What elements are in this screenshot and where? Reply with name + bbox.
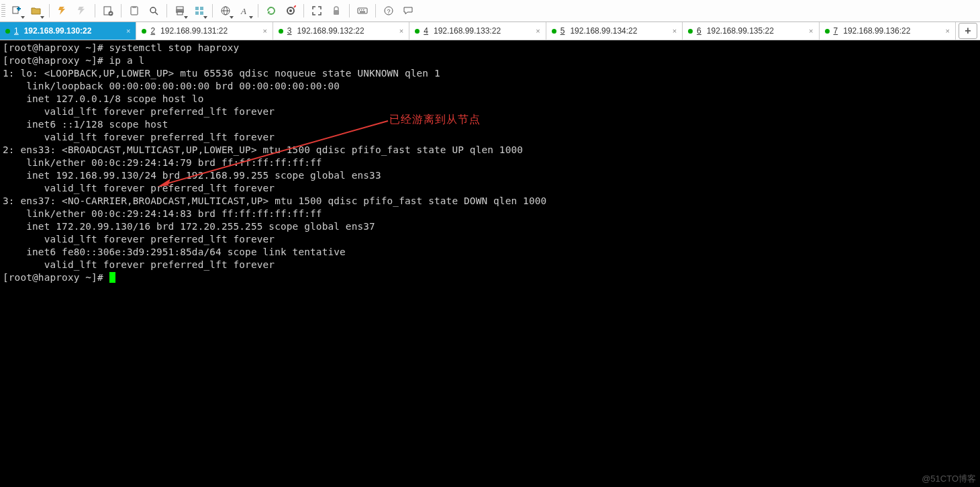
terminal-pane[interactable]: [root@haproxy ~]# systemctl stop haproxy… <box>0 40 980 487</box>
terminal-line: inet 192.168.99.130/24 brd 192.168.99.25… <box>3 169 977 182</box>
session-tab-5[interactable]: 5192.168.99.134:22× <box>546 22 683 40</box>
session-tab-3[interactable]: 3192.168.99.132:22× <box>273 22 409 40</box>
svg-rect-16 <box>195 11 199 15</box>
cursor-icon <box>109 272 115 283</box>
terminal-line: inet6 fe80::306e:3d9:2951:85da/64 scope … <box>3 246 977 259</box>
paste-button[interactable] <box>125 1 144 20</box>
tab-label: 192.168.99.133:22 <box>434 26 501 36</box>
toolbar-separator <box>303 4 304 17</box>
open-button[interactable] <box>27 1 46 20</box>
disconnect-button[interactable] <box>72 1 91 20</box>
close-tab-icon[interactable]: × <box>946 27 950 35</box>
toolbar-grip[interactable] <box>1 4 5 17</box>
status-dot-icon <box>688 29 693 34</box>
tab-number: 6 <box>697 26 701 36</box>
status-dot-icon <box>5 29 10 34</box>
font-button[interactable]: A <box>236 1 254 20</box>
tab-label: 192.168.99.132:22 <box>297 26 364 36</box>
dropdown-caret-icon <box>40 16 44 19</box>
terminal-line: valid_lft forever preferred_lft forever <box>3 182 977 195</box>
dropdown-caret-icon <box>184 16 188 19</box>
session-tabs: 1192.168.99.130:22×2192.168.99.131:22×31… <box>0 22 980 40</box>
refresh-button[interactable] <box>262 1 281 20</box>
tab-number: 7 <box>834 26 838 36</box>
toolbar-separator <box>258 4 258 17</box>
watermark-text: @51CTO博客 <box>922 473 976 485</box>
find-button[interactable] <box>144 1 163 20</box>
svg-rect-25 <box>334 10 339 15</box>
toolbar-separator <box>212 4 213 17</box>
terminal-line: valid_lft forever preferred_lft forever <box>3 131 977 144</box>
tab-label: 192.168.99.130:22 <box>24 26 92 36</box>
dropdown-caret-icon <box>21 16 25 19</box>
help-button[interactable]: ? <box>379 1 398 20</box>
svg-point-23 <box>289 9 292 12</box>
svg-line-10 <box>155 12 158 15</box>
svg-point-9 <box>150 7 156 13</box>
svg-rect-30 <box>360 11 365 13</box>
svg-text:?: ? <box>387 8 391 15</box>
terminal-line: 1: lo: <LOOPBACK,UP,LOWER_UP> mtu 65536 … <box>3 67 977 80</box>
lock-button[interactable] <box>327 1 346 20</box>
new-session-button[interactable] <box>7 1 26 20</box>
toolbar-separator <box>121 4 121 17</box>
tab-label: 192.168.99.136:22 <box>843 26 910 36</box>
session-tab-4[interactable]: 4192.168.99.133:22× <box>409 22 546 40</box>
session-tab-1[interactable]: 1192.168.99.130:22× <box>0 22 136 40</box>
terminal-line: 2: ens33: <BROADCAST,MULTICAST,UP,LOWER_… <box>3 144 977 157</box>
tab-label: 192.168.99.131:22 <box>160 26 228 36</box>
toolbar-separator <box>349 4 350 17</box>
toolbar-separator <box>166 4 167 17</box>
tab-label: 192.168.99.135:22 <box>707 26 774 36</box>
close-tab-icon[interactable]: × <box>399 27 403 35</box>
status-dot-icon <box>279 29 283 34</box>
terminal-line: link/ether 00:0c:29:24:14:83 brd ff:ff:f… <box>3 208 977 220</box>
tab-number: 5 <box>560 26 565 36</box>
keyboard-button[interactable] <box>353 1 372 20</box>
reconnect-button[interactable] <box>53 1 72 20</box>
close-tab-icon[interactable]: × <box>126 27 130 35</box>
toolbar-separator <box>375 4 376 17</box>
session-tab-7[interactable]: 7192.168.99.136:22× <box>820 22 956 40</box>
terminal-line: inet 127.0.0.1/8 scope host lo <box>3 93 977 105</box>
close-tab-icon[interactable]: × <box>809 27 813 35</box>
tab-number: 3 <box>287 26 292 36</box>
toolbar-separator <box>95 4 95 17</box>
status-dot-icon <box>825 29 830 34</box>
session-tab-2[interactable]: 2192.168.99.131:22× <box>136 22 273 40</box>
terminal-line: link/ether 00:0c:29:24:14:79 brd ff:ff:f… <box>3 157 977 169</box>
chat-button[interactable] <box>399 1 418 20</box>
print-button[interactable] <box>170 1 189 20</box>
main-toolbar: A ? <box>0 0 980 22</box>
session-tab-6[interactable]: 6192.168.99.135:22× <box>683 22 819 40</box>
terminal-line: valid_lft forever preferred_lft forever <box>3 233 977 246</box>
status-dot-icon <box>552 29 556 34</box>
add-tab-button[interactable]: + <box>959 23 977 39</box>
encoding-button[interactable] <box>216 1 235 20</box>
svg-line-24 <box>294 5 296 7</box>
close-tab-icon[interactable]: × <box>536 27 540 35</box>
close-tab-icon[interactable]: × <box>262 27 266 35</box>
terminal-line: inet6 ::1/128 scope host <box>3 118 977 131</box>
svg-rect-26 <box>358 8 367 13</box>
layout-button[interactable] <box>190 1 209 20</box>
stop-script-button[interactable] <box>281 1 300 20</box>
properties-button[interactable] <box>99 1 117 20</box>
terminal-line: link/loopback 00:00:00:00:00:00 brd 00:0… <box>3 80 977 93</box>
svg-rect-8 <box>132 6 136 8</box>
tab-number: 4 <box>424 26 428 36</box>
svg-rect-13 <box>177 12 183 15</box>
svg-rect-11 <box>177 7 183 9</box>
terminal-line: [root@haproxy ~]# systemctl stop haproxy <box>3 42 977 54</box>
close-tab-icon[interactable]: × <box>673 27 677 35</box>
fullscreen-button[interactable] <box>307 1 326 20</box>
terminal-line: valid_lft forever preferred_lft forever <box>3 105 977 118</box>
terminal-line: 3: ens37: <NO-CARRIER,BROADCAST,MULTICAS… <box>3 195 977 208</box>
terminal-prompt: [root@haproxy ~]# <box>3 271 977 284</box>
tab-number: 2 <box>150 26 155 36</box>
dropdown-caret-icon <box>249 16 253 19</box>
svg-rect-15 <box>200 7 203 10</box>
terminal-line: valid_lft forever preferred_lft forever <box>3 259 977 271</box>
svg-text:A: A <box>240 6 246 16</box>
tab-label: 192.168.99.134:22 <box>570 26 637 36</box>
